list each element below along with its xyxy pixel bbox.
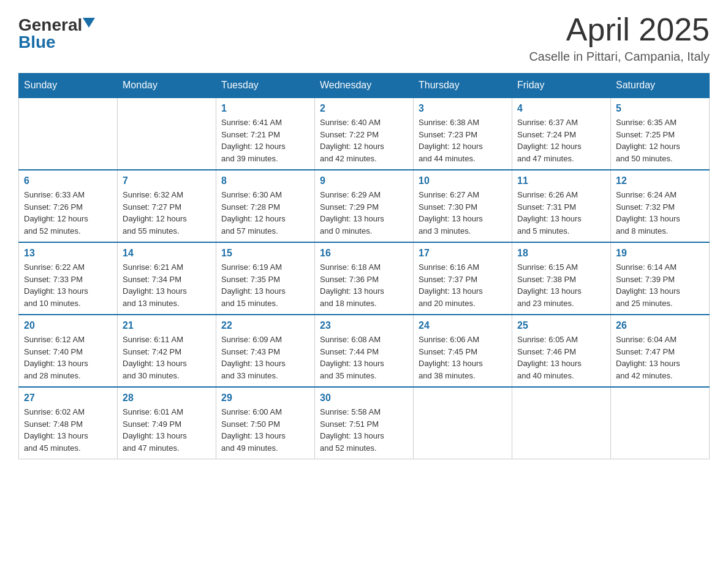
day-number: 22 xyxy=(221,320,309,331)
calendar-cell: 24Sunrise: 6:06 AMSunset: 7:45 PMDayligh… xyxy=(414,315,512,387)
calendar-cell: 28Sunrise: 6:01 AMSunset: 7:49 PMDayligh… xyxy=(118,387,216,459)
calendar-cell: 5Sunrise: 6:35 AMSunset: 7:25 PMDaylight… xyxy=(611,98,710,170)
day-number: 1 xyxy=(221,103,309,114)
calendar-cell: 7Sunrise: 6:32 AMSunset: 7:27 PMDaylight… xyxy=(118,170,216,242)
calendar-cell: 18Sunrise: 6:15 AMSunset: 7:38 PMDayligh… xyxy=(512,242,611,315)
day-info: Sunrise: 5:58 AMSunset: 7:51 PMDaylight:… xyxy=(320,406,408,454)
day-number: 16 xyxy=(320,248,408,259)
day-number: 5 xyxy=(616,103,704,114)
day-number: 13 xyxy=(24,248,112,259)
calendar-week-4: 20Sunrise: 6:12 AMSunset: 7:40 PMDayligh… xyxy=(19,315,710,387)
day-number: 30 xyxy=(320,393,408,404)
day-info: Sunrise: 6:30 AMSunset: 7:28 PMDaylight:… xyxy=(221,189,309,237)
calendar-cell: 25Sunrise: 6:05 AMSunset: 7:46 PMDayligh… xyxy=(512,315,611,387)
calendar-cell: 12Sunrise: 6:24 AMSunset: 7:32 PMDayligh… xyxy=(611,170,710,242)
day-info: Sunrise: 6:05 AMSunset: 7:46 PMDaylight:… xyxy=(517,334,605,381)
day-info: Sunrise: 6:02 AMSunset: 7:48 PMDaylight:… xyxy=(24,406,112,454)
calendar-cell: 1Sunrise: 6:41 AMSunset: 7:21 PMDaylight… xyxy=(216,98,315,170)
day-number: 21 xyxy=(123,320,211,331)
day-number: 29 xyxy=(221,393,309,404)
calendar-cell: 17Sunrise: 6:16 AMSunset: 7:37 PMDayligh… xyxy=(414,242,512,315)
day-info: Sunrise: 6:37 AMSunset: 7:24 PMDaylight:… xyxy=(517,117,605,164)
day-number: 7 xyxy=(123,175,211,186)
day-info: Sunrise: 6:01 AMSunset: 7:49 PMDaylight:… xyxy=(123,406,211,454)
calendar-cell xyxy=(611,387,710,459)
calendar-cell: 22Sunrise: 6:09 AMSunset: 7:43 PMDayligh… xyxy=(216,315,315,387)
weekday-header-saturday: Saturday xyxy=(611,74,710,98)
calendar-cell xyxy=(512,387,611,459)
day-number: 8 xyxy=(221,175,309,186)
day-info: Sunrise: 6:41 AMSunset: 7:21 PMDaylight:… xyxy=(221,117,309,164)
day-number: 2 xyxy=(320,103,408,114)
calendar-cell: 30Sunrise: 5:58 AMSunset: 7:51 PMDayligh… xyxy=(315,387,414,459)
weekday-header-wednesday: Wednesday xyxy=(315,74,414,98)
location-subtitle: Caselle in Pittari, Campania, Italy xyxy=(529,50,710,64)
day-number: 4 xyxy=(517,103,605,114)
day-info: Sunrise: 6:16 AMSunset: 7:37 PMDaylight:… xyxy=(419,261,507,309)
day-number: 14 xyxy=(123,248,211,259)
day-info: Sunrise: 6:11 AMSunset: 7:42 PMDaylight:… xyxy=(123,334,211,381)
calendar-cell: 14Sunrise: 6:21 AMSunset: 7:34 PMDayligh… xyxy=(118,242,216,315)
calendar-cell: 23Sunrise: 6:08 AMSunset: 7:44 PMDayligh… xyxy=(315,315,414,387)
calendar-cell: 19Sunrise: 6:14 AMSunset: 7:39 PMDayligh… xyxy=(611,242,710,315)
calendar-cell: 10Sunrise: 6:27 AMSunset: 7:30 PMDayligh… xyxy=(414,170,512,242)
month-title: April 2025 xyxy=(529,12,710,47)
day-info: Sunrise: 6:00 AMSunset: 7:50 PMDaylight:… xyxy=(221,406,309,454)
calendar-week-5: 27Sunrise: 6:02 AMSunset: 7:48 PMDayligh… xyxy=(19,387,710,459)
day-info: Sunrise: 6:09 AMSunset: 7:43 PMDaylight:… xyxy=(221,334,309,381)
logo: General Blue xyxy=(18,12,95,52)
calendar-cell: 4Sunrise: 6:37 AMSunset: 7:24 PMDaylight… xyxy=(512,98,611,170)
day-info: Sunrise: 6:27 AMSunset: 7:30 PMDaylight:… xyxy=(419,189,507,237)
day-number: 12 xyxy=(616,175,704,186)
weekday-header-sunday: Sunday xyxy=(19,74,118,98)
day-info: Sunrise: 6:38 AMSunset: 7:23 PMDaylight:… xyxy=(419,117,507,164)
day-number: 10 xyxy=(419,175,507,186)
day-number: 17 xyxy=(419,248,507,259)
day-number: 9 xyxy=(320,175,408,186)
logo-blue: Blue xyxy=(18,33,56,52)
day-info: Sunrise: 6:04 AMSunset: 7:47 PMDaylight:… xyxy=(616,334,704,381)
day-info: Sunrise: 6:14 AMSunset: 7:39 PMDaylight:… xyxy=(616,261,704,309)
day-info: Sunrise: 6:15 AMSunset: 7:38 PMDaylight:… xyxy=(517,261,605,309)
calendar-cell: 20Sunrise: 6:12 AMSunset: 7:40 PMDayligh… xyxy=(19,315,118,387)
calendar-body: 1Sunrise: 6:41 AMSunset: 7:21 PMDaylight… xyxy=(19,98,710,459)
calendar-cell: 3Sunrise: 6:38 AMSunset: 7:23 PMDaylight… xyxy=(414,98,512,170)
calendar-cell: 11Sunrise: 6:26 AMSunset: 7:31 PMDayligh… xyxy=(512,170,611,242)
calendar-cell: 6Sunrise: 6:33 AMSunset: 7:26 PMDaylight… xyxy=(19,170,118,242)
weekday-header-tuesday: Tuesday xyxy=(216,74,315,98)
title-section: April 2025 Caselle in Pittari, Campania,… xyxy=(529,12,710,64)
day-info: Sunrise: 6:29 AMSunset: 7:29 PMDaylight:… xyxy=(320,189,408,237)
calendar-cell: 13Sunrise: 6:22 AMSunset: 7:33 PMDayligh… xyxy=(19,242,118,315)
calendar-cell: 9Sunrise: 6:29 AMSunset: 7:29 PMDaylight… xyxy=(315,170,414,242)
day-number: 26 xyxy=(616,320,704,331)
day-number: 15 xyxy=(221,248,309,259)
day-info: Sunrise: 6:12 AMSunset: 7:40 PMDaylight:… xyxy=(24,334,112,381)
day-number: 3 xyxy=(419,103,507,114)
day-number: 25 xyxy=(517,320,605,331)
day-info: Sunrise: 6:26 AMSunset: 7:31 PMDaylight:… xyxy=(517,189,605,237)
day-info: Sunrise: 6:24 AMSunset: 7:32 PMDaylight:… xyxy=(616,189,704,237)
calendar-header: SundayMondayTuesdayWednesdayThursdayFrid… xyxy=(19,74,710,98)
day-info: Sunrise: 6:32 AMSunset: 7:27 PMDaylight:… xyxy=(123,189,211,237)
day-info: Sunrise: 6:18 AMSunset: 7:36 PMDaylight:… xyxy=(320,261,408,309)
day-number: 24 xyxy=(419,320,507,331)
calendar-week-1: 1Sunrise: 6:41 AMSunset: 7:21 PMDaylight… xyxy=(19,98,710,170)
day-info: Sunrise: 6:06 AMSunset: 7:45 PMDaylight:… xyxy=(419,334,507,381)
day-number: 18 xyxy=(517,248,605,259)
calendar-cell: 26Sunrise: 6:04 AMSunset: 7:47 PMDayligh… xyxy=(611,315,710,387)
weekday-header-thursday: Thursday xyxy=(414,74,512,98)
day-info: Sunrise: 6:40 AMSunset: 7:22 PMDaylight:… xyxy=(320,117,408,164)
day-number: 27 xyxy=(24,393,112,404)
day-number: 20 xyxy=(24,320,112,331)
logo-arrow-icon xyxy=(83,18,95,28)
day-info: Sunrise: 6:19 AMSunset: 7:35 PMDaylight:… xyxy=(221,261,309,309)
day-info: Sunrise: 6:21 AMSunset: 7:34 PMDaylight:… xyxy=(123,261,211,309)
calendar-cell: 27Sunrise: 6:02 AMSunset: 7:48 PMDayligh… xyxy=(19,387,118,459)
calendar-cell: 16Sunrise: 6:18 AMSunset: 7:36 PMDayligh… xyxy=(315,242,414,315)
calendar-table: SundayMondayTuesdayWednesdayThursdayFrid… xyxy=(18,73,710,459)
day-info: Sunrise: 6:08 AMSunset: 7:44 PMDaylight:… xyxy=(320,334,408,381)
calendar-cell: 21Sunrise: 6:11 AMSunset: 7:42 PMDayligh… xyxy=(118,315,216,387)
calendar-cell: 15Sunrise: 6:19 AMSunset: 7:35 PMDayligh… xyxy=(216,242,315,315)
calendar-cell xyxy=(19,98,118,170)
calendar-week-3: 13Sunrise: 6:22 AMSunset: 7:33 PMDayligh… xyxy=(19,242,710,315)
